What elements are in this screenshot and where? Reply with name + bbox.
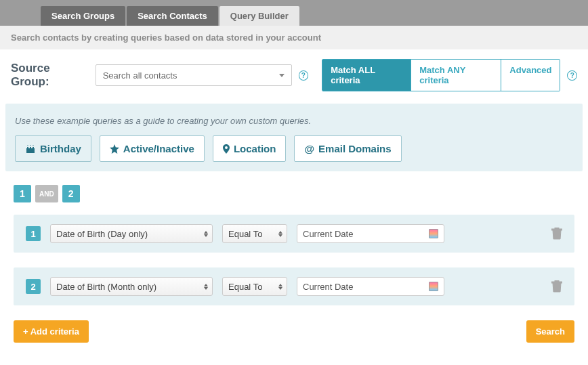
example-label: Location <box>234 143 276 154</box>
example-buttons-row: Birthday Active/Inactive Location @ Emai… <box>15 135 573 162</box>
tab-search-contacts[interactable]: Search Contacts <box>127 6 218 26</box>
criteria-toggle: Match ALL criteria Match ANY criteria Ad… <box>322 59 560 91</box>
tabs-bar: Search Groups Search Contacts Query Buil… <box>0 0 588 26</box>
source-group-value: Search all contacts <box>103 70 177 81</box>
advanced-button[interactable]: Advanced <box>501 60 560 91</box>
row-number: 2 <box>26 279 41 294</box>
operator-value: Equal To <box>228 282 262 292</box>
value-text: Current Date <box>303 282 353 292</box>
operator-value: Equal To <box>228 229 262 239</box>
criteria-row: 1 Date of Birth (Day only) Equal To Curr… <box>14 215 574 253</box>
example-location-button[interactable]: Location <box>213 135 287 162</box>
help-icon[interactable]: ? <box>567 70 577 81</box>
chevron-down-icon <box>279 74 285 77</box>
tab-query-builder[interactable]: Query Builder <box>219 6 299 26</box>
help-icon[interactable]: ? <box>299 70 309 81</box>
search-button[interactable]: Search <box>526 320 574 343</box>
example-label: Active/Inactive <box>123 143 194 154</box>
description-text: Search contacts by creating queries base… <box>0 26 588 49</box>
select-spinner-icon <box>204 231 208 237</box>
example-label: Birthday <box>40 143 81 154</box>
example-active-button[interactable]: Active/Inactive <box>100 135 205 162</box>
source-group-label: Source Group: <box>11 62 89 89</box>
bottom-row: + Add criteria Search <box>14 320 574 343</box>
calendar-icon[interactable] <box>429 282 438 291</box>
criteria-row: 2 Date of Birth (Month only) Equal To Cu… <box>14 267 574 305</box>
select-spinner-icon <box>278 284 282 290</box>
star-icon <box>110 144 119 154</box>
field-value: Date of Birth (Day only) <box>56 229 148 239</box>
logic-row: 1 AND 2 <box>14 185 574 202</box>
examples-hint: Use these example queries as a guide to … <box>15 116 573 126</box>
delete-icon[interactable] <box>551 280 562 293</box>
example-label: Email Domains <box>318 143 392 154</box>
match-any-button[interactable]: Match ANY criteria <box>411 60 501 91</box>
logic-and[interactable]: AND <box>35 185 58 202</box>
example-birthday-button[interactable]: Birthday <box>15 135 91 162</box>
query-area: 1 AND 2 1 Date of Birth (Day only) Equal… <box>0 185 588 356</box>
select-spinner-icon <box>278 231 282 237</box>
logic-num-1[interactable]: 1 <box>14 185 31 202</box>
delete-icon[interactable] <box>551 228 562 240</box>
value-text: Current Date <box>303 229 353 239</box>
add-criteria-button[interactable]: + Add criteria <box>14 320 89 343</box>
source-row: Source Group: Search all contacts ? Matc… <box>0 49 588 104</box>
examples-panel: Use these example queries as a guide to … <box>5 104 583 171</box>
logic-num-2[interactable]: 2 <box>62 185 80 202</box>
match-all-button[interactable]: Match ALL criteria <box>322 60 411 91</box>
operator-select[interactable]: Equal To <box>222 224 287 243</box>
field-value: Date of Birth (Month only) <box>56 282 156 292</box>
select-spinner-icon <box>204 284 208 290</box>
operator-select[interactable]: Equal To <box>222 277 287 296</box>
location-icon <box>223 144 230 154</box>
birthday-icon <box>25 144 36 154</box>
field-select[interactable]: Date of Birth (Month only) <box>50 277 213 296</box>
example-email-button[interactable]: @ Email Domains <box>294 135 401 162</box>
field-select[interactable]: Date of Birth (Day only) <box>50 224 213 243</box>
tab-search-groups[interactable]: Search Groups <box>41 6 125 26</box>
row-number: 1 <box>26 226 41 241</box>
source-group-select[interactable]: Search all contacts <box>96 64 292 86</box>
value-input[interactable]: Current Date <box>297 277 444 296</box>
calendar-icon[interactable] <box>429 229 438 238</box>
value-input[interactable]: Current Date <box>297 224 444 243</box>
at-icon: @ <box>304 143 314 154</box>
